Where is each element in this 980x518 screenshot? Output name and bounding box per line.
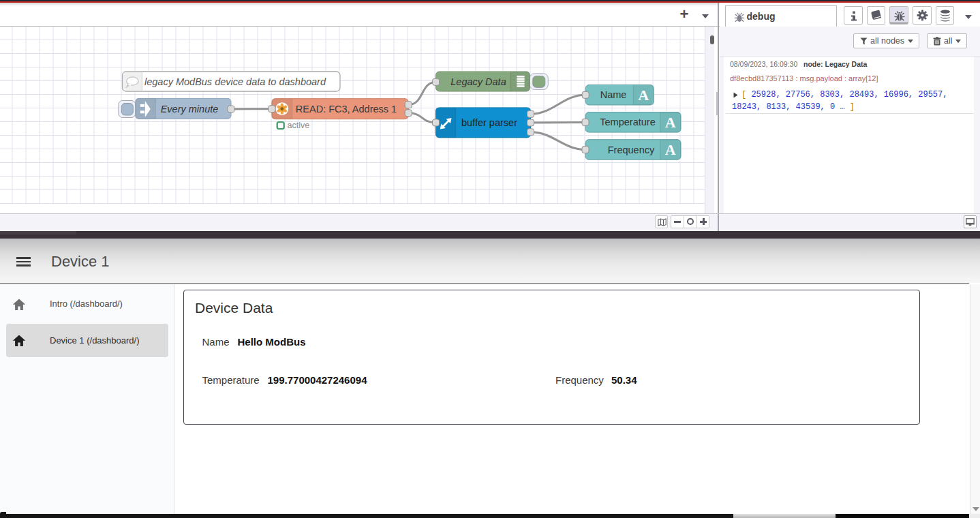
svg-text:legacy ModBus device data to d: legacy ModBus device data to dashboard [144, 76, 326, 87]
svg-text:READ: FC3, Address 1: READ: FC3, Address 1 [296, 104, 397, 115]
svg-text:Name: Name [600, 89, 627, 100]
svg-text:Legacy Data: Legacy Data [450, 76, 506, 87]
svg-text:Every minute: Every minute [161, 104, 219, 115]
svg-text:buffer parser: buffer parser [461, 117, 517, 128]
svg-text:Frequency: Frequency [608, 144, 655, 155]
svg-text:Temperature: Temperature [600, 117, 655, 127]
svg-text:A: A [665, 114, 676, 131]
svg-text:A: A [638, 87, 649, 104]
svg-text:A: A [665, 141, 676, 158]
svg-text:active: active [288, 121, 310, 130]
